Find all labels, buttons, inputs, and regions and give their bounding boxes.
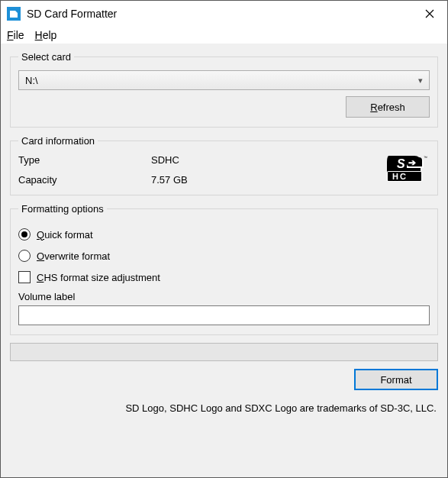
volume-label-caption: Volume label — [18, 291, 430, 302]
progress-bar — [10, 343, 438, 361]
trademark-text: SD Logo, SDHC Logo and SDXC Logo are tra… — [10, 398, 438, 414]
capacity-value: 7.57 GB — [151, 174, 382, 186]
card-info-group: Card information Type SDHC S ➔ HC ™ — [10, 135, 438, 195]
drive-select[interactable]: N:\ ▾ — [18, 70, 430, 90]
capacity-label: Capacity — [18, 174, 148, 186]
svg-text:➔: ➔ — [408, 157, 416, 168]
formatting-legend: Formatting options — [18, 203, 107, 215]
radio-icon — [18, 250, 31, 262]
overwrite-format-radio[interactable]: Overwrite format — [18, 247, 430, 265]
chs-checkbox[interactable]: CHS format size adjustment — [18, 268, 430, 286]
format-button[interactable]: Format — [354, 369, 438, 390]
formatting-group: Formatting options Quick format Overwrit… — [10, 203, 438, 335]
chevron-down-icon: ▾ — [418, 76, 423, 86]
window-title: SD Card Formatter — [27, 8, 412, 20]
drive-select-value: N:\ — [25, 75, 38, 86]
format-button-label: Format — [380, 374, 411, 386]
svg-text:S: S — [397, 157, 405, 170]
client-area: Select card N:\ ▾ Refresh Card informati… — [1, 44, 447, 477]
chs-label: CHS format size adjustment — [37, 272, 160, 283]
close-button[interactable] — [412, 1, 447, 27]
menu-file[interactable]: File — [7, 29, 24, 41]
overwrite-format-label: Overwrite format — [37, 250, 110, 262]
svg-text:™: ™ — [424, 155, 427, 160]
svg-text:HC: HC — [392, 172, 408, 181]
sdhc-logo: S ➔ HC ™ — [385, 154, 430, 186]
type-label: Type — [18, 154, 148, 166]
quick-format-label: Quick format — [37, 229, 93, 241]
checkbox-icon — [18, 271, 31, 283]
menu-help[interactable]: Help — [35, 29, 57, 41]
app-icon — [7, 7, 21, 21]
select-card-legend: Select card — [18, 51, 74, 63]
app-window: SD Card Formatter File Help Select card … — [0, 0, 448, 478]
type-value: SDHC — [151, 154, 382, 166]
radio-icon — [18, 228, 31, 241]
card-info-legend: Card information — [18, 135, 98, 147]
volume-label-input[interactable] — [18, 305, 430, 325]
select-card-group: Select card N:\ ▾ Refresh — [10, 51, 438, 128]
close-icon — [425, 9, 434, 18]
titlebar: SD Card Formatter — [1, 1, 447, 27]
menubar: File Help — [1, 27, 447, 44]
refresh-button[interactable]: Refresh — [346, 96, 430, 118]
quick-format-radio[interactable]: Quick format — [18, 225, 430, 244]
